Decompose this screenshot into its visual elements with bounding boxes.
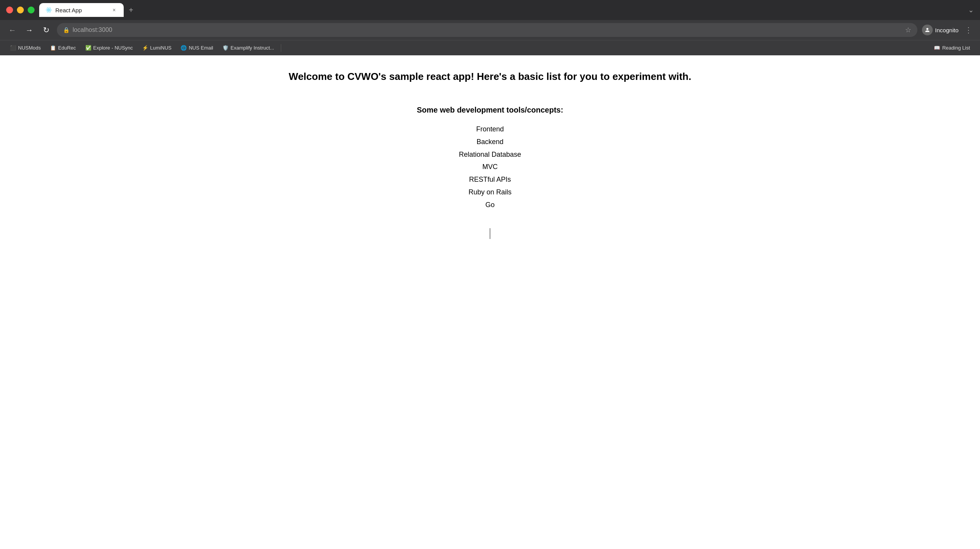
bookmark-nusemail-label: NUS Email bbox=[189, 45, 213, 51]
bookmark-luminus[interactable]: ⚡ LumiNUS bbox=[138, 43, 176, 53]
nusemail-icon: 🌐 bbox=[181, 45, 187, 51]
nav-bar: ← → ↻ 🔒 localhost:3000 ☆ Incognito ⋮ bbox=[0, 20, 980, 40]
lock-icon: 🔒 bbox=[63, 27, 70, 33]
nav-right-controls: Incognito ⋮ bbox=[922, 25, 974, 35]
bookmark-edurec-label: EduRec bbox=[58, 45, 76, 51]
svg-point-0 bbox=[48, 9, 49, 10]
list-item-go: Go bbox=[485, 199, 494, 211]
list-item-restful-apis: RESTful APIs bbox=[469, 174, 511, 185]
incognito-label: Incognito bbox=[935, 27, 958, 33]
reload-button[interactable]: ↻ bbox=[40, 24, 52, 36]
list-items: Frontend Backend Relational Database MVC… bbox=[459, 124, 521, 211]
address-bar[interactable]: 🔒 localhost:3000 ☆ bbox=[57, 23, 917, 37]
nusync-icon: ✅ bbox=[85, 45, 91, 51]
list-section: Some web development tools/concepts: Fro… bbox=[417, 106, 563, 211]
minimize-button[interactable] bbox=[17, 7, 24, 13]
bookmark-star-icon: ☆ bbox=[905, 26, 911, 34]
bookmark-examplify-label: Examplify Instruct... bbox=[230, 45, 274, 51]
reading-list-button[interactable]: 📖 Reading List bbox=[930, 43, 974, 52]
text-cursor-area bbox=[490, 226, 490, 241]
reading-list-icon: 📖 bbox=[934, 45, 940, 51]
reading-list-label: Reading List bbox=[942, 45, 970, 51]
address-text: localhost:3000 bbox=[73, 27, 902, 33]
new-tab-button[interactable]: + bbox=[125, 4, 137, 16]
bookmarks-bar: ⬛ NUSMods 📋 EduRec ✅ Explore - NUSync ⚡ … bbox=[0, 40, 980, 55]
tab-label: React App bbox=[55, 7, 108, 13]
incognito-icon bbox=[922, 25, 933, 35]
bookmark-examplify[interactable]: 🛡️ Examplify Instruct... bbox=[219, 43, 278, 53]
url-protocol: localhost:3000 bbox=[73, 27, 112, 33]
bookmark-nusmods[interactable]: ⬛ NUSMods bbox=[6, 43, 45, 53]
tab-expand-icon: ⌄ bbox=[968, 6, 974, 14]
forward-button[interactable]: → bbox=[23, 24, 35, 36]
more-options-button[interactable]: ⋮ bbox=[963, 25, 974, 35]
bookmark-nusync-label: Explore - NUSync bbox=[93, 45, 133, 51]
maximize-button[interactable] bbox=[28, 7, 35, 13]
welcome-heading: Welcome to CVWO's sample react app! Here… bbox=[281, 71, 699, 83]
browser-chrome: React App × + ⌄ ← → ↻ 🔒 localhost:3000 ☆ bbox=[0, 0, 980, 55]
bookmark-divider bbox=[281, 44, 281, 52]
examplify-icon: 🛡️ bbox=[222, 45, 229, 51]
tab-bar: React App × + ⌄ bbox=[39, 3, 974, 17]
close-button[interactable] bbox=[6, 7, 13, 13]
nusmods-icon: ⬛ bbox=[10, 45, 16, 51]
list-section-title: Some web development tools/concepts: bbox=[417, 106, 563, 114]
window-controls bbox=[6, 7, 35, 13]
list-item-mvc: MVC bbox=[482, 161, 497, 172]
text-cursor bbox=[490, 228, 490, 239]
bookmark-nusemail[interactable]: 🌐 NUS Email bbox=[177, 43, 217, 53]
list-item-backend: Backend bbox=[476, 136, 503, 148]
list-item-ruby-on-rails: Ruby on Rails bbox=[468, 187, 511, 198]
react-icon bbox=[45, 7, 52, 13]
title-bar: React App × + ⌄ bbox=[0, 0, 980, 20]
active-tab[interactable]: React App × bbox=[39, 3, 124, 17]
edurec-icon: 📋 bbox=[50, 45, 56, 51]
bookmark-nusync[interactable]: ✅ Explore - NUSync bbox=[81, 43, 137, 53]
list-item-frontend: Frontend bbox=[476, 124, 504, 135]
bookmark-nusmods-label: NUSMods bbox=[18, 45, 41, 51]
bookmark-edurec[interactable]: 📋 EduRec bbox=[46, 43, 80, 53]
tab-close-button[interactable]: × bbox=[111, 7, 118, 13]
incognito-button[interactable]: Incognito bbox=[922, 25, 958, 35]
back-button[interactable]: ← bbox=[6, 24, 18, 36]
list-item-relational-db: Relational Database bbox=[459, 149, 521, 160]
bookmark-luminus-label: LumiNUS bbox=[150, 45, 172, 51]
page-content: Welcome to CVWO's sample react app! Here… bbox=[0, 55, 980, 549]
luminus-icon: ⚡ bbox=[142, 45, 148, 51]
